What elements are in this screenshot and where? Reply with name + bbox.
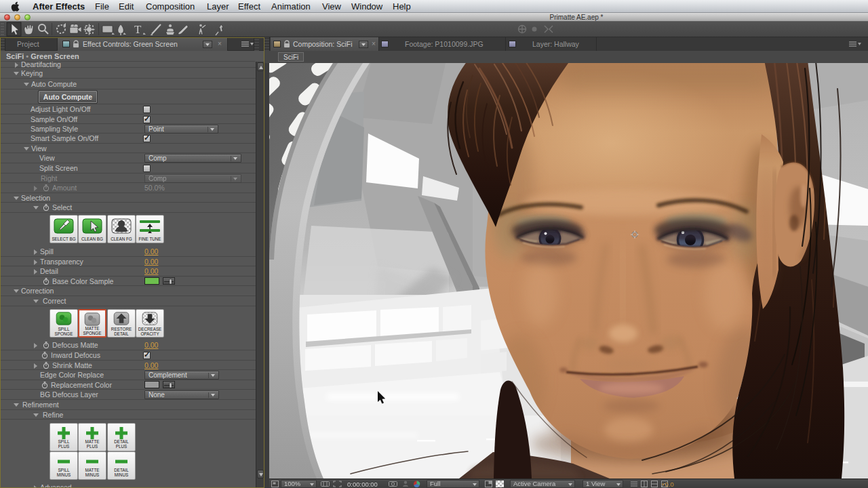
svg-text:T: T [134,23,142,36]
